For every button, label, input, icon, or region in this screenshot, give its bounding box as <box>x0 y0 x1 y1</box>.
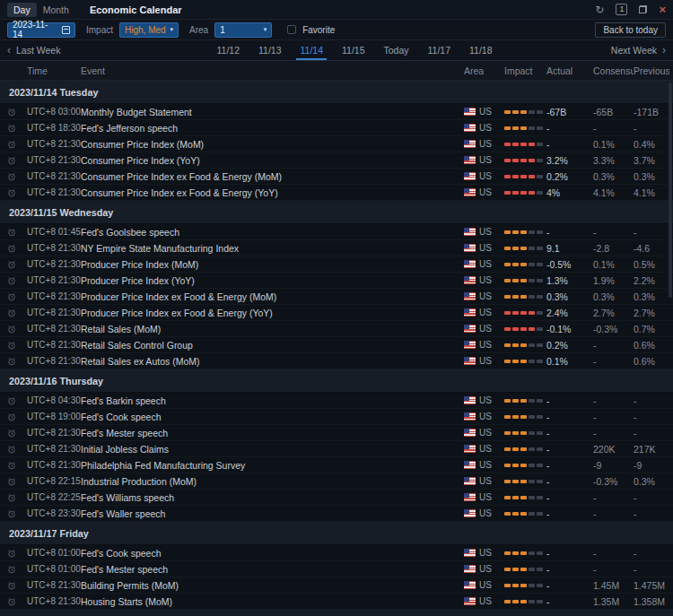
event-row[interactable]: UTC+8 21:30Consumer Price Index ex Food … <box>0 169 673 185</box>
event-name[interactable]: Fed's Goolsbee speech <box>81 227 464 238</box>
event-name[interactable]: Fed's Waller speech <box>81 508 464 519</box>
next-week-button[interactable]: Next Week › <box>567 40 666 60</box>
reminder-icon[interactable] <box>7 493 27 502</box>
reminder-icon[interactable] <box>7 172 27 181</box>
reminder-icon[interactable] <box>7 341 27 350</box>
event-row[interactable]: UTC+8 21:30Producer Price Index (YoY)US1… <box>0 273 673 289</box>
event-name[interactable]: Retail Sales (MoM) <box>81 324 464 334</box>
reminder-icon[interactable] <box>7 429 27 438</box>
event-row[interactable]: UTC+8 21:30Building Permits (MoM)US-1.45… <box>0 577 673 594</box>
reminder-icon[interactable] <box>7 412 27 421</box>
reminder-icon[interactable] <box>7 124 27 133</box>
event-name[interactable]: Producer Price Index (MoM) <box>81 259 464 270</box>
event-row[interactable]: UTC+8 21:30Initial Jobless ClaimsUS-220K… <box>0 441 673 457</box>
weeknav-tab-11-17[interactable]: 11/17 <box>426 40 453 60</box>
event-row[interactable]: UTC+8 21:30Producer Price Index (MoM)US-… <box>0 256 673 273</box>
event-name[interactable]: Fed's Cook speech <box>81 548 464 559</box>
view-tab-day[interactable]: Day <box>7 3 37 17</box>
reminder-icon[interactable] <box>7 325 27 334</box>
event-name[interactable]: Fed's Barkin speech <box>81 395 464 406</box>
event-name[interactable]: Fed's Cook speech <box>81 412 464 422</box>
event-name[interactable]: NY Empire State Manufacturing Index <box>81 243 464 254</box>
weeknav-tab-today[interactable]: Today <box>381 40 410 60</box>
event-row[interactable]: UTC+8 21:30Retail Sales (MoM)US-0.1%-0.3… <box>0 321 673 337</box>
event-name[interactable]: Housing Starts (MoM) <box>81 596 464 607</box>
event-name[interactable]: Fed's Mester speech <box>81 564 464 575</box>
event-name[interactable]: Producer Price Index ex Food & Energy (Y… <box>81 308 464 318</box>
view-tab-month[interactable]: Month <box>37 3 75 17</box>
event-row[interactable]: UTC+8 21:30Retail Sales Control GroupUS0… <box>0 337 673 353</box>
reminder-icon[interactable] <box>7 140 27 149</box>
reminder-icon[interactable] <box>7 228 27 237</box>
reminder-icon[interactable] <box>7 292 27 301</box>
event-name[interactable]: Fed's Jefferson speech <box>81 123 464 134</box>
reminder-icon[interactable] <box>7 477 27 486</box>
reminder-icon[interactable] <box>7 461 27 470</box>
event-row[interactable]: UTC+8 21:30Producer Price Index ex Food … <box>0 305 673 321</box>
reminder-icon[interactable] <box>7 396 27 405</box>
reminder-icon[interactable] <box>7 308 27 317</box>
area-select[interactable]: 1 ▾ <box>214 22 272 38</box>
reminder-icon[interactable] <box>7 156 27 165</box>
reminder-icon[interactable] <box>7 188 27 197</box>
event-name[interactable]: Monthly Budget Statement <box>81 107 464 117</box>
event-row[interactable]: UTC+8 21:30Producer Price Index ex Food … <box>0 289 673 305</box>
event-name[interactable]: Consumer Price Index (YoY) <box>81 155 464 166</box>
reminder-icon[interactable] <box>7 244 27 253</box>
reminder-icon[interactable] <box>7 565 27 574</box>
event-row[interactable]: UTC+8 01:45Fed's Goolsbee speechUS--- <box>0 224 673 240</box>
event-name[interactable]: Fed's Williams speech <box>81 492 464 503</box>
event-row[interactable]: UTC+8 21:30Consumer Price Index (YoY)US3… <box>0 152 673 169</box>
reminder-icon[interactable] <box>7 357 27 366</box>
event-name[interactable]: Initial Jobless Claims <box>81 444 464 455</box>
weeknav-tab-11-12[interactable]: 11/12 <box>214 40 241 60</box>
event-row[interactable]: UTC+8 21:30Consumer Price Index ex Food … <box>0 185 673 201</box>
event-row[interactable]: UTC+8 21:30NY Empire State Manufacturing… <box>0 240 673 256</box>
event-name[interactable]: Fed's Mester speech <box>81 428 464 438</box>
event-row[interactable]: UTC+8 21:30Philadelphia Fed Manufacturin… <box>0 457 673 473</box>
reminder-icon[interactable] <box>7 581 27 590</box>
restore-window-icon[interactable] <box>639 5 647 13</box>
reminder-icon[interactable] <box>7 597 27 606</box>
reminder-icon[interactable] <box>7 276 27 285</box>
weeknav-tab-11-14[interactable]: 11/14 <box>298 40 325 60</box>
event-name[interactable]: Consumer Price Index ex Food & Energy (M… <box>81 171 464 182</box>
event-name[interactable]: Building Permits (MoM) <box>81 580 464 591</box>
event-row[interactable]: UTC+8 23:30Fed's Waller speechUS--- <box>0 506 673 522</box>
event-name[interactable]: Producer Price Index ex Food & Energy (M… <box>81 291 464 302</box>
close-icon[interactable]: × <box>659 4 666 15</box>
weeknav-tab-11-18[interactable]: 11/18 <box>468 40 494 60</box>
event-name[interactable]: Consumer Price Index (MoM) <box>81 139 464 150</box>
reminder-icon[interactable] <box>7 509 27 518</box>
weeknav-tab-11-13[interactable]: 11/13 <box>257 40 284 60</box>
favorite-checkbox[interactable] <box>287 25 296 34</box>
event-name[interactable]: Industrial Production (MoM) <box>81 476 464 487</box>
reminder-icon[interactable] <box>7 260 27 269</box>
event-row[interactable]: UTC+8 21:30Fed's Mester speechUS--- <box>0 425 673 441</box>
weeknav-tab-11-15[interactable]: 11/15 <box>340 40 367 60</box>
event-row[interactable]: UTC+8 19:00Fed's Cook speechUS--- <box>0 409 673 425</box>
event-row[interactable]: UTC+8 21:30Housing Starts (MoM)US-1.35M1… <box>0 594 673 610</box>
last-week-button[interactable]: ‹ Last Week <box>7 40 142 60</box>
event-name[interactable]: Consumer Price Index ex Food & Energy (Y… <box>81 187 464 198</box>
event-name[interactable]: Retail Sales Control Group <box>81 340 464 351</box>
event-row[interactable]: UTC+8 04:30Fed's Barkin speechUS--- <box>0 393 673 409</box>
event-row[interactable]: UTC+8 21:30Retail Sales ex Autos (MoM)US… <box>0 353 673 369</box>
scrollbar[interactable] <box>669 82 672 298</box>
reminder-icon[interactable] <box>7 445 27 454</box>
date-picker[interactable]: 2023-11-14 <box>7 22 75 38</box>
reminder-icon[interactable] <box>7 549 27 558</box>
refresh-icon[interactable]: ↻ <box>595 4 604 15</box>
event-row[interactable]: UTC+8 01:00Fed's Mester speechUS--- <box>0 561 673 577</box>
window-count-badge[interactable]: 1 <box>616 4 627 15</box>
reminder-icon[interactable] <box>7 108 27 117</box>
event-row[interactable]: UTC+8 22:25Fed's Williams speechUS--- <box>0 490 673 506</box>
event-row[interactable]: UTC+8 22:15Industrial Production (MoM)US… <box>0 473 673 490</box>
event-name[interactable]: Retail Sales ex Autos (MoM) <box>81 356 464 367</box>
event-name[interactable]: Producer Price Index (YoY) <box>81 275 464 286</box>
event-row[interactable]: UTC+8 21:30Consumer Price Index (MoM)US-… <box>0 136 673 152</box>
back-to-today-button[interactable]: Back to today <box>595 22 666 38</box>
impact-select[interactable]: High, Medi... ▾ <box>119 22 179 38</box>
event-row[interactable]: UTC+8 03:00Monthly Budget StatementUS-67… <box>0 104 673 120</box>
event-row[interactable]: UTC+8 18:30Fed's Jefferson speechUS--- <box>0 120 673 136</box>
